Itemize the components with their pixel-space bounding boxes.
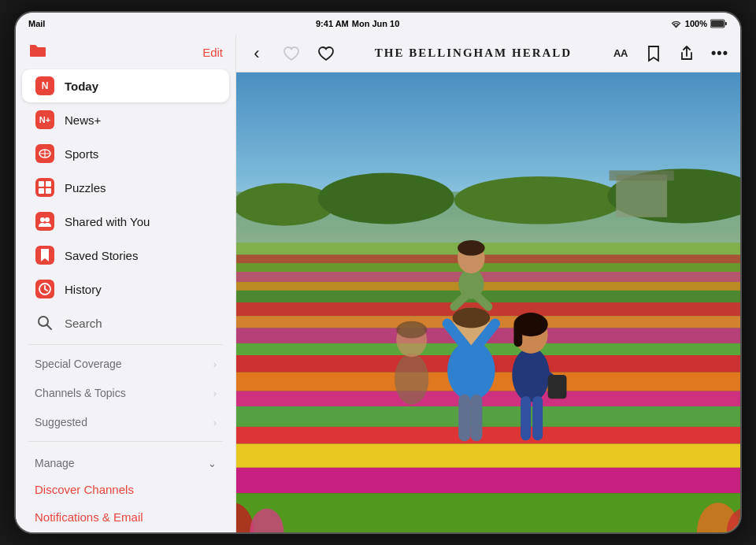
sidebar-item-discover-channels[interactable]: Discover Channels — [22, 476, 229, 503]
status-bar: Mail 9:41 AM Mon Jun 10 100% — [16, 13, 740, 35]
main-layout: Edit N Today — [16, 35, 740, 532]
svg-rect-46 — [236, 406, 740, 427]
wifi-icon — [670, 20, 682, 28]
svg-rect-70 — [548, 375, 567, 399]
puzzles-label: Puzzles — [65, 181, 106, 195]
svg-rect-15 — [46, 188, 51, 194]
shared-label: Shared with You — [65, 215, 150, 228]
svg-rect-65 — [532, 396, 543, 440]
svg-rect-49 — [236, 468, 740, 493]
svg-point-71 — [395, 354, 428, 405]
manage-label: Manage — [35, 457, 75, 469]
svg-rect-2 — [725, 22, 728, 25]
manage-header[interactable]: Manage ⌄ — [22, 450, 229, 476]
shared-icon — [35, 211, 55, 232]
search-label: Search — [65, 317, 102, 330]
status-time: 9:41 AM — [316, 19, 349, 28]
edit-button[interactable]: Edit — [202, 46, 223, 59]
svg-rect-1 — [711, 20, 724, 27]
suggested-label: Suggested — [35, 416, 87, 428]
svg-rect-68 — [513, 323, 522, 347]
publication-title: The Bellingham Herald — [375, 46, 572, 60]
sidebar-item-notifications-email[interactable]: Notifications & Email — [22, 504, 229, 531]
sidebar-item-today[interactable]: N Today — [22, 69, 229, 102]
battery-level: 100% — [685, 19, 707, 28]
sidebar-item-family-sharing[interactable]: Family Sharing — [22, 532, 229, 532]
toolbar-right: AA ••• — [610, 43, 731, 65]
notifications-email-label: Notifications & Email — [35, 510, 143, 524]
newsplus-label: News+ — [65, 113, 101, 127]
status-left: Mail — [28, 19, 45, 28]
dislike-button[interactable] — [280, 43, 302, 65]
svg-rect-53 — [470, 395, 482, 441]
svg-point-73 — [396, 321, 427, 339]
svg-point-27 — [318, 173, 454, 224]
special-coverage-chevron: › — [213, 358, 217, 370]
article-scene — [236, 72, 740, 532]
status-center: 9:41 AM Mon Jun 10 — [316, 19, 399, 28]
channels-topics-label: Channels & Topics — [35, 387, 126, 399]
toolbar-left: ‹ — [246, 43, 337, 65]
svg-rect-45 — [236, 391, 740, 406]
svg-rect-47 — [236, 427, 740, 444]
history-icon — [35, 279, 55, 299]
svg-rect-37 — [236, 282, 740, 291]
sports-icon — [35, 143, 55, 164]
manage-section: Manage ⌄ Discover Channels Notifications… — [16, 447, 235, 532]
bookmark-button[interactable] — [643, 43, 665, 65]
svg-point-28 — [454, 176, 624, 224]
svg-rect-11 — [35, 178, 54, 197]
svg-rect-35 — [236, 263, 740, 272]
sidebar-item-saved[interactable]: Saved Stories — [22, 239, 229, 272]
svg-rect-13 — [46, 181, 51, 187]
share-button[interactable] — [676, 43, 698, 65]
sidebar-item-search[interactable]: Search — [22, 306, 229, 339]
status-date: Mon Jun 10 — [352, 19, 400, 28]
divider-2 — [28, 441, 223, 442]
svg-rect-52 — [458, 395, 470, 441]
svg-rect-12 — [39, 181, 44, 187]
newsplus-icon: N+ — [35, 109, 55, 130]
sidebar-item-sports[interactable]: Sports — [22, 137, 229, 170]
svg-rect-30 — [616, 175, 667, 217]
manage-chevron: ⌄ — [208, 458, 217, 469]
today-label: Today — [65, 80, 98, 93]
back-button[interactable]: ‹ — [246, 43, 268, 65]
device-frame: Mail 9:41 AM Mon Jun 10 100% — [16, 13, 740, 532]
svg-text:N: N — [42, 80, 49, 91]
svg-point-58 — [458, 240, 485, 255]
sidebar-item-suggested[interactable]: Suggested › — [22, 408, 229, 436]
sidebar-item-puzzles[interactable]: Puzzles — [22, 171, 229, 204]
sidebar-item-history[interactable]: History — [22, 272, 229, 306]
text-size-button[interactable]: AA — [610, 43, 632, 65]
saved-label: Saved Stories — [65, 249, 138, 262]
article-image — [236, 72, 740, 532]
svg-rect-14 — [39, 188, 44, 194]
today-icon: N — [35, 76, 55, 96]
saved-icon — [35, 245, 55, 265]
folder-icon — [28, 43, 47, 62]
sports-label: Sports — [65, 147, 98, 161]
more-button[interactable]: ••• — [709, 43, 731, 65]
sidebar: Edit N Today — [16, 35, 236, 532]
like-button[interactable] — [315, 43, 337, 65]
sidebar-item-newsplus[interactable]: N+ News+ — [22, 103, 229, 136]
status-right: 100% — [670, 19, 728, 28]
sidebar-item-special-coverage[interactable]: Special Coverage › — [22, 350, 229, 378]
history-label: History — [65, 283, 102, 296]
svg-rect-64 — [521, 396, 531, 440]
sidebar-item-shared[interactable]: Shared with You — [22, 205, 229, 238]
discover-channels-label: Discover Channels — [35, 483, 134, 496]
svg-rect-34 — [236, 254, 740, 263]
svg-point-18 — [45, 217, 50, 222]
article-area: ‹ The Bellingham Herald AA — [236, 35, 740, 532]
svg-rect-50 — [236, 493, 740, 532]
sidebar-nav: N Today N+ News+ — [16, 69, 235, 532]
svg-rect-33 — [236, 243, 740, 254]
svg-text:N+: N+ — [39, 115, 50, 124]
sidebar-item-channels-topics[interactable]: Channels & Topics › — [22, 379, 229, 407]
special-coverage-label: Special Coverage — [35, 358, 122, 370]
svg-rect-48 — [236, 444, 740, 468]
suggested-chevron: › — [213, 417, 217, 428]
search-icon — [35, 313, 55, 333]
